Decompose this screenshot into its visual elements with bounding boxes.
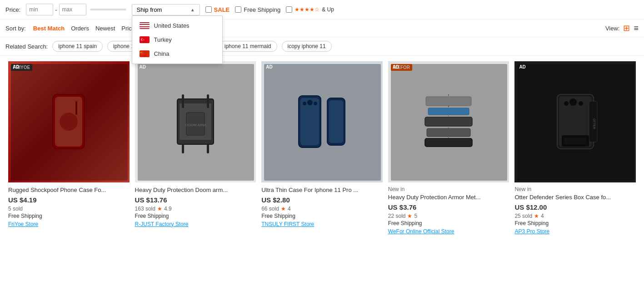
filter-checkboxes: SALE Free Shipping ★★★★☆ & Up: [205, 6, 334, 13]
product-ad-3: AD: [264, 64, 381, 181]
price-slider[interactable]: [90, 9, 126, 10]
price-min-input[interactable]: [26, 4, 53, 15]
price-max-input[interactable]: [59, 4, 86, 15]
product-price-2: US $13.76: [135, 196, 256, 204]
product-sold-4: 22 sold ★ 5: [388, 213, 509, 219]
rating-star-4: ★: [407, 213, 412, 219]
product-card-5[interactable]: OTTER AD New in Otter Defender Series Bo…: [512, 61, 639, 242]
product-store-2[interactable]: R-JUST Factory Store: [135, 221, 256, 227]
sort-label: Sort by:: [5, 25, 26, 32]
free-shipping-checkbox[interactable]: [235, 6, 241, 13]
product-store-1[interactable]: FriYoe Store: [8, 221, 130, 227]
arrow-up-icon: ▲: [190, 7, 195, 12]
related-search-bar: Related Search: iphone 11 spain iphone 1…: [0, 37, 644, 56]
product-image-3: AD: [261, 61, 383, 182]
stars-filter[interactable]: ★★★★☆ & Up: [286, 6, 334, 13]
product-card-2[interactable]: DOOM ARM AD Heavy Duty Protection Doom a…: [132, 61, 259, 242]
ship-from-dropdown[interactable]: Ship from ▲ United States 🇹🇷 Turkey 🇨🇳 C…: [132, 4, 200, 15]
view-grid-icon[interactable]: ⊞: [623, 23, 630, 33]
price-label: Price:: [5, 6, 20, 13]
flag-tr-icon: 🇹🇷: [140, 36, 150, 43]
products-grid: FRIYOE AD Rugged Shockpoof Phone Case Fo…: [0, 56, 644, 247]
sale-checkbox[interactable]: [205, 6, 212, 13]
product-sold-5: 25 sold ★ 4: [514, 213, 636, 219]
flag-us-icon: [140, 22, 150, 29]
product-sold-1: 5 sold: [8, 206, 130, 212]
related-tag-4[interactable]: icopy iphone 11: [282, 41, 332, 52]
product-store-5[interactable]: AP3 Pro Store: [514, 228, 636, 235]
product-shipping-1: Free Shipping: [8, 213, 130, 219]
product-image-1: FRIYOE AD: [8, 61, 130, 182]
product-store-4[interactable]: WeFor Online Official Store: [388, 228, 509, 235]
product-shipping-4: Free Shipping: [388, 220, 509, 226]
free-shipping-label: Free Shipping: [244, 6, 280, 13]
product-price-1: US $4.19: [8, 196, 130, 204]
product-price-4: US $3.76: [388, 203, 509, 211]
product-image-5: OTTER AD: [514, 61, 636, 182]
product-image-2: DOOM ARM AD: [135, 61, 256, 182]
rating-star-5: ★: [534, 213, 539, 219]
product-ad-5: AD: [517, 64, 634, 181]
related-tag-0[interactable]: iphone 11 spain: [52, 41, 103, 52]
product-title-1: Rugged Shockpoof Phone Case Fo...: [8, 186, 130, 194]
product-title-4: Heavy Duty Protection Armor Met...: [388, 193, 509, 202]
product-shipping-3: Free Shipping: [261, 213, 383, 219]
free-shipping-filter[interactable]: Free Shipping: [235, 6, 280, 13]
product-card-4[interactable]: WEFOR AD New in Heavy Duty Protection Ar…: [385, 61, 512, 242]
country-us[interactable]: United States: [132, 19, 222, 33]
sort-newest[interactable]: Newest: [95, 25, 115, 32]
product-price-5: US $12.00: [514, 203, 636, 211]
country-cn[interactable]: 🇨🇳 China: [132, 47, 222, 61]
product-store-3[interactable]: TNSULY FIRST Store: [261, 221, 383, 227]
sale-label: SALE: [214, 6, 230, 13]
stars-checkbox[interactable]: [286, 6, 292, 13]
product-ad-2: AD: [138, 64, 255, 181]
product-title-3: Ultra Thin Case For Iphone 11 Pro ...: [261, 186, 383, 194]
sort-bar: Sort by: Best Match Orders Newest Price …: [0, 20, 644, 37]
rating-star-3: ★: [281, 206, 286, 212]
sort-options: Best Match Orders Newest Price: [33, 25, 135, 32]
product-shipping-5: Free Shipping: [514, 220, 636, 226]
product-title-5: Otter Defender Series Box Case fo...: [514, 193, 636, 202]
related-search-label: Related Search:: [5, 43, 48, 50]
new-in-5: New in: [514, 186, 636, 192]
view-list-icon[interactable]: ≡: [634, 24, 639, 33]
product-ad-4: AD: [391, 64, 508, 181]
ship-from-menu: United States 🇹🇷 Turkey 🇨🇳 China: [132, 15, 223, 64]
price-inputs: -: [26, 4, 126, 15]
stars-icon: ★★★★☆: [295, 6, 320, 13]
product-image-4: WEFOR AD: [388, 61, 509, 182]
top-bar: Price: - Ship from ▲ United States 🇹🇷 Tu…: [0, 0, 644, 20]
product-card-1[interactable]: FRIYOE AD Rugged Shockpoof Phone Case Fo…: [5, 61, 132, 242]
and-up-label: & Up: [322, 6, 334, 13]
related-tag-3[interactable]: iphone 11 mermaid: [219, 41, 277, 52]
sort-best-match[interactable]: Best Match: [33, 25, 65, 32]
view-controls: View: ⊞ ≡: [605, 23, 639, 33]
product-shipping-2: Free Shipping: [135, 213, 256, 219]
view-label: View:: [605, 25, 620, 32]
sale-filter[interactable]: SALE: [205, 6, 230, 13]
flag-cn-icon: 🇨🇳: [140, 50, 150, 57]
product-sold-3: 66 sold ★ 4: [261, 206, 383, 212]
country-tr[interactable]: 🇹🇷 Turkey: [132, 33, 222, 47]
ship-from-button[interactable]: Ship from ▲: [132, 4, 200, 15]
sort-orders[interactable]: Orders: [71, 25, 89, 32]
product-title-2: Heavy Duty Protection Doom arm...: [135, 186, 256, 194]
product-sold-2: 163 sold ★ 4.9: [135, 206, 256, 212]
product-price-3: US $2.80: [261, 196, 383, 204]
rating-star-2: ★: [157, 206, 162, 212]
product-ad-1: AD: [11, 64, 128, 181]
new-in-4: New in: [388, 186, 509, 192]
product-card-3[interactable]: AD Ultra Thin Case For Iphone 11 Pro ...…: [259, 61, 385, 242]
